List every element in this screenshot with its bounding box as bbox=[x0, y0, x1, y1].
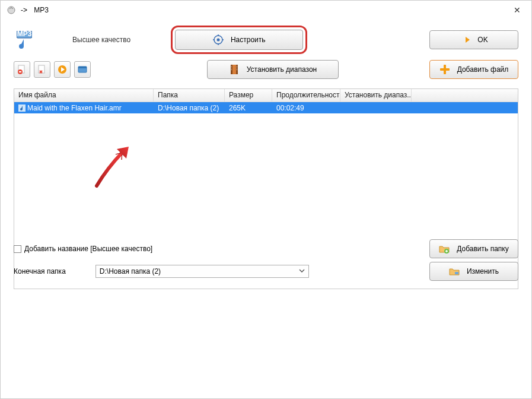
ok-button-label: OK bbox=[477, 36, 488, 44]
quality-label: Высшее качество bbox=[72, 36, 130, 44]
add-folder-button[interactable]: Добавить папку bbox=[429, 239, 518, 258]
svg-rect-23 bbox=[237, 68, 237, 68]
add-file-button[interactable]: Добавить файл bbox=[429, 60, 518, 79]
info-button[interactable] bbox=[74, 61, 91, 78]
svg-rect-29 bbox=[455, 272, 458, 274]
gear-icon bbox=[213, 34, 224, 45]
header-size[interactable]: Размер bbox=[225, 89, 272, 102]
table-header: Имя файла Папка Размер Продолжительность… bbox=[14, 89, 518, 102]
table-row[interactable]: Maid with the Flaxen Hair.amr D:\Новая п… bbox=[14, 102, 518, 113]
svg-point-4 bbox=[216, 39, 219, 42]
titlebar: -> MP3 ✕ bbox=[1, 1, 531, 20]
cell-duration: 00:02:49 bbox=[272, 103, 340, 113]
svg-rect-11 bbox=[19, 71, 21, 72]
audio-file-icon bbox=[18, 104, 26, 112]
svg-rect-20 bbox=[231, 68, 232, 68]
settings-button-label: Настроить bbox=[231, 36, 266, 44]
dest-folder-value: D:\Новая папка (2) bbox=[100, 267, 161, 276]
svg-rect-21 bbox=[231, 69, 232, 70]
dest-folder-combo[interactable]: D:\Новая папка (2) bbox=[95, 265, 309, 278]
set-range-button-label: Установить диапазон bbox=[247, 65, 317, 74]
svg-rect-19 bbox=[231, 66, 232, 66]
play-button[interactable] bbox=[54, 61, 71, 78]
folder-plus-icon bbox=[439, 243, 450, 254]
film-icon bbox=[229, 64, 240, 75]
remove-selected-button[interactable] bbox=[14, 61, 30, 78]
close-button[interactable]: ✕ bbox=[509, 4, 525, 17]
clear-list-button[interactable] bbox=[34, 61, 50, 78]
mp3-format-icon: MP3 bbox=[17, 31, 32, 49]
header-folder[interactable]: Папка bbox=[154, 89, 225, 102]
header-filename[interactable]: Имя файла bbox=[14, 89, 154, 102]
set-range-button[interactable]: Установить диапазон bbox=[207, 60, 339, 79]
change-folder-button[interactable]: Изменить bbox=[429, 262, 518, 281]
add-title-checkbox[interactable] bbox=[14, 245, 21, 253]
header-duration[interactable]: Продолжительность bbox=[272, 89, 340, 102]
change-folder-button-label: Изменить bbox=[467, 267, 499, 276]
add-file-button-label: Добавить файл bbox=[457, 65, 509, 74]
svg-rect-22 bbox=[237, 66, 237, 66]
chevron-down-icon bbox=[299, 267, 305, 276]
highlight-ring: Настроить bbox=[171, 26, 307, 54]
settings-button[interactable]: Настроить bbox=[175, 30, 303, 50]
cell-size: 265K bbox=[225, 103, 272, 113]
app-icon bbox=[7, 5, 16, 15]
folder-edit-icon bbox=[449, 266, 460, 277]
svg-rect-24 bbox=[237, 69, 237, 70]
ok-button[interactable]: OK bbox=[429, 30, 518, 49]
header-range[interactable]: Установить диапаз... bbox=[340, 89, 412, 102]
svg-text:MP3: MP3 bbox=[17, 31, 32, 38]
svg-rect-15 bbox=[78, 66, 87, 68]
dest-folder-label: Конечная папка bbox=[14, 267, 66, 276]
window-title: -> MP3 bbox=[21, 6, 49, 14]
app-window: -> MP3 ✕ MP3 Высшее качество Настроить bbox=[0, 0, 532, 399]
cell-folder: D:\Новая папка (2) bbox=[154, 103, 225, 113]
add-title-label: Добавить название [Высшее качество] bbox=[24, 245, 152, 253]
cell-filename: Maid with the Flaxen Hair.amr bbox=[14, 103, 154, 113]
svg-rect-26 bbox=[440, 68, 450, 71]
add-folder-button-label: Добавить папку bbox=[457, 245, 508, 253]
forward-arrow-icon bbox=[460, 34, 470, 45]
plus-icon bbox=[439, 64, 450, 75]
cell-range bbox=[340, 107, 412, 109]
